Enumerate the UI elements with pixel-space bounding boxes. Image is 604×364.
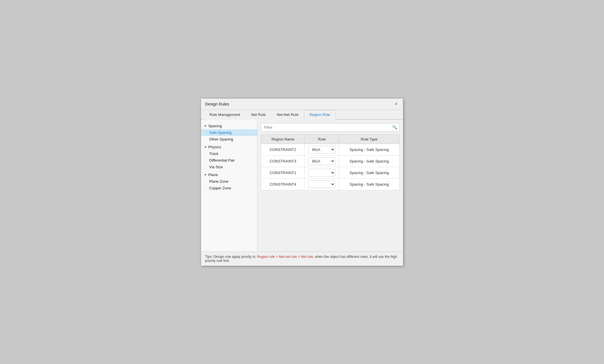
dialog-title: Design Rules [205, 102, 229, 106]
tab-region-rule[interactable]: Region Rule [304, 110, 336, 120]
table-row: CONSTRAINT1BGASpacing - Safe Spacing [261, 167, 399, 178]
sidebar-group-plane: ▼ Plane Plane Zone Copper Zone [201, 171, 257, 192]
cell-rule-type: Spacing - Safe Spacing [339, 178, 399, 190]
sidebar-item-plane-zone[interactable]: Plane Zone [201, 178, 257, 185]
sidebar-item-track[interactable]: Track [201, 150, 257, 157]
cell-region-name: CONSTRAINT1 [261, 167, 305, 178]
cell-region-name: CONSTRAINT3 [261, 155, 305, 167]
sidebar-group-physics: ▼ Physics Track Differential Pair Via Si… [201, 143, 257, 171]
sidebar-group-header-plane[interactable]: ▼ Plane [201, 171, 257, 178]
cell-rule-type: Spacing - Safe Spacing [339, 167, 399, 178]
cell-rule-type: Spacing - Safe Spacing [339, 144, 399, 155]
table-header-row: Region Name Rule Rule Type [261, 134, 399, 144]
col-rule-type: Rule Type [339, 134, 399, 144]
sidebar-group-header-spacing[interactable]: ▼ Spacing [201, 123, 257, 129]
sidebar-item-via-size[interactable]: Via Size [201, 164, 257, 170]
cell-rule[interactable]: BGA [305, 167, 339, 178]
filter-input[interactable] [261, 123, 399, 132]
col-region-name: Region Name [261, 134, 305, 144]
footer: Tips: Design rule apply priority is: Reg… [201, 252, 403, 266]
sidebar-group-header-physics[interactable]: ▼ Physics [201, 144, 257, 150]
sidebar-group-label-plane: Plane [208, 173, 218, 177]
tab-bar: Rule Management Net Rule Net-Net Rule Re… [201, 110, 403, 120]
sidebar: ▼ Spacing Safe Spacing Other Spacing ▼ P… [201, 120, 257, 252]
collapse-arrow-plane: ▼ [204, 173, 207, 176]
rules-table: Region Name Rule Rule Type CONSTRAINT2BG… [261, 134, 399, 190]
rule-select-2[interactable]: BGA [308, 169, 335, 177]
sidebar-item-differential-pair[interactable]: Differential Pair [201, 157, 257, 164]
table-row: CONSTRAINT3BGASpacing - Safe Spacing [261, 155, 399, 167]
sidebar-group-label-spacing: Spacing [208, 124, 222, 128]
collapse-arrow-physics: ▼ [204, 145, 207, 149]
cell-rule[interactable]: BGA [305, 155, 339, 167]
sidebar-group-spacing: ▼ Spacing Safe Spacing Other Spacing [201, 122, 257, 143]
close-button[interactable]: × [394, 101, 399, 107]
cell-region-name: CONSTRAINT4 [261, 178, 305, 190]
search-icon: 🔍 [392, 125, 397, 130]
cell-region-name: CONSTRAINT2 [261, 144, 305, 155]
dialog-body: ▼ Spacing Safe Spacing Other Spacing ▼ P… [201, 120, 403, 252]
tab-net-net-rule[interactable]: Net-Net Rule [271, 110, 304, 120]
cell-rule[interactable]: BGA [305, 178, 339, 190]
tab-rule-management[interactable]: Rule Management [204, 110, 246, 120]
design-rules-dialog: Design Rules × Rule Management Net Rule … [201, 98, 403, 266]
cell-rule-type: Spacing - Safe Spacing [339, 155, 399, 167]
cell-rule[interactable]: BGA [305, 144, 339, 155]
rule-select-1[interactable]: BGA [308, 157, 335, 165]
sidebar-item-copper-zone[interactable]: Copper Zone [201, 185, 257, 191]
title-bar: Design Rules × [201, 99, 403, 110]
sidebar-item-safe-spacing[interactable]: Safe Spacing [201, 129, 257, 136]
col-rule: Rule [305, 134, 339, 144]
main-content: 🔍 Region Name Rule Rule Type CONSTRAINT2… [257, 120, 403, 252]
sidebar-item-other-spacing[interactable]: Other Spacing [201, 136, 257, 143]
rule-select-3[interactable]: BGA [308, 180, 335, 188]
table-row: CONSTRAINT4BGASpacing - Safe Spacing [261, 178, 399, 190]
tab-net-rule[interactable]: Net Rule [246, 110, 271, 120]
collapse-arrow-spacing: ▼ [204, 124, 207, 128]
footer-text-before: Tips: Design rule apply priority is: [205, 255, 257, 259]
rule-select-0[interactable]: BGA [308, 146, 335, 154]
table-row: CONSTRAINT2BGASpacing - Safe Spacing [261, 144, 399, 155]
filter-row: 🔍 [261, 123, 399, 132]
footer-highlight: Region rule > Net-net rule > Net rule [257, 255, 313, 259]
sidebar-group-label-physics: Physics [208, 145, 221, 149]
